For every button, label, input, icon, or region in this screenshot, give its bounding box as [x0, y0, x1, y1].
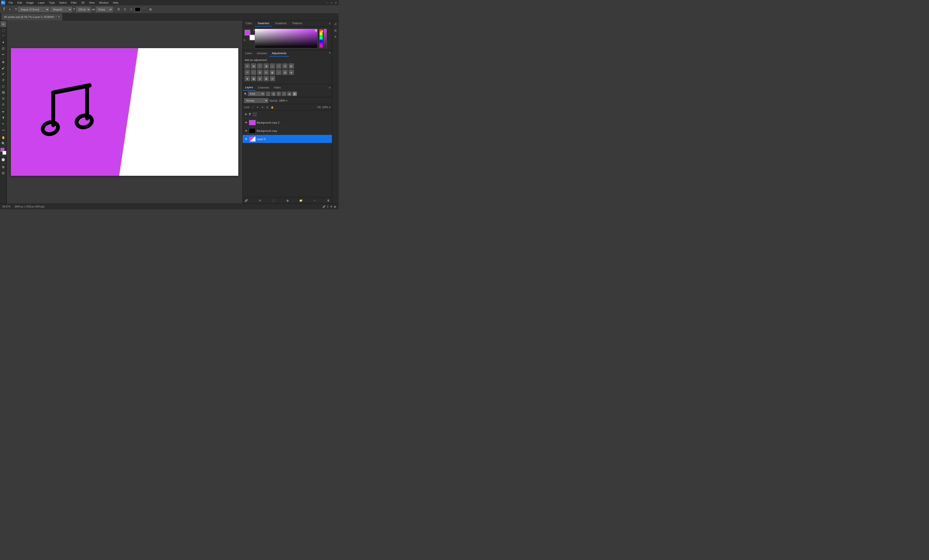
- tab-swatches[interactable]: Swatches: [255, 20, 272, 27]
- tool-spot-heal-icon[interactable]: ⊕: [0, 59, 6, 65]
- character-paragraph-button[interactable]: ⊞: [148, 7, 153, 12]
- hue-bar[interactable]: [319, 29, 323, 48]
- anti-alias-select[interactable]: Sharp: [96, 7, 113, 12]
- tool-zoom-icon[interactable]: 🔍: [0, 141, 6, 146]
- layer-visibility-0[interactable]: 👁: [244, 112, 248, 116]
- align-center-button[interactable]: ☰: [122, 7, 127, 12]
- fg-bg-color-selector[interactable]: [0, 148, 7, 155]
- adj-photo-filter-icon[interactable]: ⊙: [245, 70, 250, 75]
- lock-transparent-icon[interactable]: ⬚: [251, 105, 255, 109]
- tab-libraries[interactable]: Libraries: [254, 50, 269, 57]
- background-color[interactable]: [2, 151, 6, 155]
- tab-color[interactable]: Color: [243, 20, 255, 27]
- lock-artboard-icon[interactable]: ⊡: [265, 105, 269, 109]
- tool-dodge-icon[interactable]: ⊙: [0, 101, 6, 107]
- filter-toggle-icon[interactable]: ●: [293, 92, 297, 96]
- tool-align-options[interactable]: ▾: [8, 8, 12, 11]
- panel-collapse-icon[interactable]: ≡: [329, 22, 331, 25]
- tool-shape-icon[interactable]: ▭: [0, 127, 6, 133]
- add-style-button[interactable]: fx: [258, 198, 262, 203]
- menu-type[interactable]: Type: [47, 1, 57, 5]
- adj-invert-icon[interactable]: ⊟: [264, 70, 269, 75]
- tool-lasso-icon[interactable]: ⌃: [0, 34, 6, 39]
- menu-image[interactable]: Image: [25, 1, 36, 5]
- layer-shape-icon[interactable]: □: [253, 112, 257, 116]
- new-layer-button[interactable]: +: [313, 198, 317, 203]
- adj-gradient-fill-icon[interactable]: ▦: [251, 76, 256, 81]
- font-name-select[interactable]: Segoe UI Emoji: [18, 7, 49, 12]
- menu-layer[interactable]: Layer: [36, 1, 47, 5]
- link-layers-button[interactable]: 🔗: [244, 198, 248, 203]
- maximize-button[interactable]: □: [330, 1, 333, 5]
- delete-layer-button[interactable]: 🗑: [326, 198, 331, 203]
- adj-curves-icon[interactable]: ⤴: [257, 63, 262, 69]
- layer-visibility-1[interactable]: 👁: [244, 121, 248, 124]
- minimize-button[interactable]: ─: [325, 1, 329, 5]
- adj-channel-mixer-icon[interactable]: ⋮⋮: [251, 70, 256, 75]
- blend-mode-select[interactable]: Normal: [244, 98, 268, 103]
- tool-eyedropper-icon[interactable]: ✏: [0, 52, 6, 57]
- tab-layers[interactable]: Layers: [243, 84, 256, 91]
- artboard-icon[interactable]: ⊟: [0, 170, 6, 176]
- adj-gradient-map-icon[interactable]: ▥: [282, 70, 288, 75]
- adj-bw-icon[interactable]: ◐: [289, 63, 294, 69]
- filter-pixel-icon[interactable]: ⬚: [266, 92, 270, 96]
- tool-crop-icon[interactable]: ⊡: [0, 46, 6, 51]
- adj-selective-color-icon[interactable]: ◈: [289, 70, 294, 75]
- tool-quick-select-icon[interactable]: ✦: [0, 40, 6, 45]
- background-swatch[interactable]: [250, 35, 255, 40]
- adj-smart-object-icon[interactable]: ◉: [264, 76, 269, 81]
- adj-exposure-icon[interactable]: ◑: [264, 63, 269, 69]
- menu-edit[interactable]: Edit: [15, 1, 24, 5]
- font-style-select[interactable]: Regular: [50, 7, 72, 12]
- lock-all-icon[interactable]: 🔒: [270, 105, 274, 109]
- add-mask-button[interactable]: ⬚: [271, 198, 276, 203]
- adj-hsl-icon[interactable]: ⬡: [276, 63, 281, 69]
- menu-file[interactable]: File: [7, 1, 15, 5]
- tool-move-icon[interactable]: ✛: [0, 21, 6, 27]
- tool-history-icon[interactable]: ↺: [0, 77, 6, 83]
- menu-filter[interactable]: Filter: [69, 1, 79, 5]
- tool-hand-icon[interactable]: ✋: [0, 135, 6, 140]
- tool-gradient-icon[interactable]: ▤: [0, 89, 6, 95]
- fill-dropdown-icon[interactable]: ▾: [329, 106, 331, 109]
- tab-patterns[interactable]: Patterns: [290, 20, 305, 27]
- layer-row-2[interactable]: 👁 Layer 0: [243, 135, 332, 143]
- menu-3d[interactable]: 3D: [79, 1, 87, 5]
- align-left-button[interactable]: ☰: [116, 7, 121, 12]
- canvas[interactable]: [11, 48, 238, 176]
- adj-grid-icon[interactable]: ⊟: [270, 76, 275, 81]
- status-link-icon[interactable]: 🔗: [322, 205, 325, 208]
- tool-pen-icon[interactable]: ✒: [0, 109, 6, 115]
- adj-vibrance-icon[interactable]: △: [270, 63, 275, 69]
- layer-visibility-3[interactable]: 👁: [244, 137, 248, 141]
- filter-smart-icon[interactable]: ◉: [287, 92, 291, 96]
- tab-gradients[interactable]: Gradients: [272, 20, 290, 27]
- tool-path-select-icon[interactable]: ↖: [0, 121, 6, 127]
- default-colors-icon[interactable]: ⊡: [244, 39, 245, 41]
- status-expand-icon[interactable]: ▶: [334, 205, 336, 208]
- menu-view[interactable]: View: [87, 1, 97, 5]
- adj-color-lookup-icon[interactable]: ⊞: [257, 70, 262, 75]
- layer-row-0[interactable]: 👁 Background copy 2: [243, 118, 332, 127]
- filter-shape-icon[interactable]: ▭: [282, 92, 286, 96]
- adj-threshold-icon[interactable]: ⬦: [276, 70, 281, 75]
- history-panel-icon[interactable]: ↺: [333, 21, 339, 27]
- tab-adjustments[interactable]: Adjustments: [269, 50, 289, 57]
- document-tab[interactable]: 4K poster.psd @ 66.7% (Layer 0, RGB/8#) …: [2, 14, 63, 20]
- properties-panel-icon[interactable]: ⊞: [333, 28, 339, 34]
- new-group-button[interactable]: 📁: [299, 198, 303, 203]
- adjustments-menu-icon[interactable]: ≡: [328, 50, 332, 57]
- filter-type-icon[interactable]: T: [276, 92, 281, 96]
- close-button[interactable]: ✕: [334, 1, 338, 5]
- opacity-dropdown-icon[interactable]: ▾: [286, 99, 287, 102]
- adj-pattern-fill-icon[interactable]: ⊞: [257, 76, 262, 81]
- screen-mode-icon[interactable]: ⊞: [0, 164, 6, 170]
- align-right-button[interactable]: ☰: [129, 7, 134, 12]
- layer-visibility-2[interactable]: 👁: [244, 129, 248, 133]
- filter-adjust-icon[interactable]: ◑: [271, 92, 276, 96]
- tab-learn[interactable]: Learn: [243, 50, 254, 57]
- tool-selection-icon[interactable]: ⬚: [0, 28, 6, 33]
- adj-solid-color-icon[interactable]: ■: [245, 76, 250, 81]
- adj-posterize-icon[interactable]: ◧: [270, 70, 275, 75]
